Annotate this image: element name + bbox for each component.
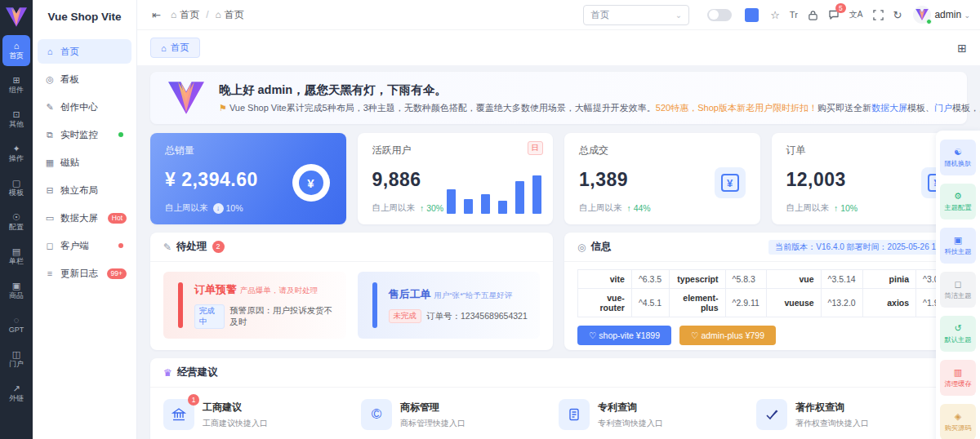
table-row: vue-router^4.5.1 element-plus^2.9.11 vue…: [578, 289, 954, 317]
simple-theme-button[interactable]: ◻ 简洁主题: [940, 272, 976, 308]
dark-mode-toggle[interactable]: [707, 9, 732, 21]
advice-item-patent[interactable]: 专利查询 专利查询快捷入口: [559, 399, 756, 430]
buy-source-button[interactable]: ◈ 购买源码: [940, 404, 976, 439]
sidebar-item-tiles[interactable]: ▦ 磁贴: [38, 150, 131, 175]
app-logo[interactable]: [6, 7, 27, 27]
theme-color-swatch[interactable]: [745, 8, 759, 22]
sidebar-item-client[interactable]: ◻ 客户端: [38, 233, 131, 258]
templates-icon: ▢: [12, 178, 20, 188]
advice-item-trademark[interactable]: © 商标管理 商标管理快捷入口: [361, 399, 559, 430]
tab-home[interactable]: ⌂ 首页: [150, 38, 200, 58]
todo-item-order-warning[interactable]: 订单预警产品爆单，请及时处理 完成中 预警原因：用户投诉发货不及时: [163, 272, 346, 339]
font-size-icon[interactable]: Tr: [790, 10, 798, 20]
rail-item-other[interactable]: ⊡ 其他: [2, 104, 30, 135]
default-theme-button[interactable]: ↺ 默认主题: [940, 316, 976, 352]
advice-item-business[interactable]: 1 工商建议 工商建议快捷入口: [163, 399, 361, 430]
stat-card-total-deals[interactable]: 总成交 1,389 自上周以来 ↑ 44% ¥: [564, 133, 760, 224]
main-content: 晚上好 admin，愿您天黑有灯，下雨有伞。 ⚑Vue Shop Vite累计完…: [137, 65, 980, 439]
arrow-up-icon: ↑: [834, 203, 840, 213]
sidebar-item-home[interactable]: ⌂ 首页: [38, 39, 131, 64]
other-icon: ⊡: [12, 109, 20, 119]
sidebar-item-label: 看板: [60, 73, 79, 86]
rail-item-external[interactable]: ↗ 外链: [2, 378, 30, 409]
dep-name: vue-router: [578, 289, 632, 317]
sidebar-item-changelog[interactable]: ≡ 更新日志 99+: [38, 261, 131, 286]
rail-label: 组件: [9, 86, 24, 95]
stat-title: 活跃用户: [372, 144, 539, 157]
stat-card-total-sales[interactable]: 总销量 ¥ 2,394.60 自上周以来 ↓ 10% ¥: [150, 133, 346, 224]
sidebar-item-kanban[interactable]: ◎ 看板: [38, 67, 131, 91]
tab-layout-grid-icon[interactable]: ⊞: [957, 42, 967, 55]
sidebar-item-monitor[interactable]: ⧉ 实时监控: [38, 122, 131, 147]
sidebar-item-label: 客户端: [60, 240, 89, 252]
middle-row: ✎ 待处理 2 订单预警产品爆单，请及时处理 完成中 预警原因：用户投诉发货不及…: [150, 233, 967, 350]
todo-count-badge: 2: [212, 241, 225, 253]
rail-item-templates[interactable]: ▢ 模板: [2, 172, 30, 203]
online-status-dot: [926, 19, 932, 24]
theme-btn-label: 主题配置: [944, 203, 971, 211]
sidebar-item-label: 实时监控: [60, 129, 98, 141]
top-header: ⇤ ⌂ 首页 / ⌂ 首页 首页 ⌄ ☆ Tr 5 文A ↻ admin ⌄: [137, 0, 980, 29]
count-badge: 1: [188, 394, 199, 406]
rail-item-operations[interactable]: ✦ 操作: [2, 138, 30, 169]
rail-item-settings[interactable]: ☉ 配置: [2, 206, 30, 237]
copyright-check-icon: [756, 399, 787, 430]
search-select-value: 首页: [590, 9, 609, 21]
rail-label: 门户: [9, 360, 24, 369]
portal-link[interactable]: 门户: [934, 103, 952, 113]
breadcrumb-item[interactable]: 首页: [225, 8, 244, 22]
theme-btn-label: 购买源码: [944, 423, 971, 432]
sidebar-item-data-screen[interactable]: ▭ 数据大屏 Hot: [38, 206, 131, 230]
advice-item-copyright[interactable]: 著作权查询 著作权查询快捷入口: [756, 399, 954, 430]
goods-icon: ▣: [12, 281, 20, 290]
advice-sub: 著作权查询快捷入口: [795, 418, 869, 429]
edit-icon: ✎: [44, 102, 56, 113]
since-label: 自上周以来: [372, 202, 416, 214]
sidebar-item-standalone-layout[interactable]: ⊟ 独立布局: [38, 178, 131, 202]
user-menu[interactable]: admin ⌄: [934, 9, 970, 20]
tech-theme-button[interactable]: ▣ 科技主题: [940, 228, 976, 264]
components-icon: ⊞: [12, 75, 20, 85]
tab-bar: ⌂ 首页 ⊞: [137, 29, 980, 65]
theme-config-button[interactable]: ⚙ 主题配置: [940, 184, 976, 220]
rail-item-portal[interactable]: ◫ 门户: [2, 344, 30, 375]
lock-icon[interactable]: [808, 10, 818, 20]
advice-label: 商标管理: [400, 401, 466, 415]
day-tag[interactable]: 日: [528, 141, 544, 155]
sidebar-item-creation-center[interactable]: ✎ 创作中心: [38, 95, 131, 119]
sidebar-item-label: 磁贴: [60, 157, 79, 169]
breadcrumb: ⌂ 首页 / ⌂ 首页: [171, 8, 244, 22]
rail-item-goods[interactable]: ▣ 商品: [2, 275, 30, 306]
buy-shop-vite-button[interactable]: ♡ shop-vite ¥1899: [577, 326, 671, 345]
random-skin-button[interactable]: ☯ 随机换肤: [940, 140, 976, 175]
refresh-icon[interactable]: ↻: [893, 9, 902, 21]
search-select[interactable]: 首页 ⌄: [583, 5, 689, 25]
dep-version: ^2.9.11: [725, 289, 766, 317]
home-icon: ⌂: [171, 9, 176, 20]
fullscreen-icon[interactable]: [873, 10, 884, 20]
operations-icon: ✦: [12, 144, 20, 153]
home-icon: ⌂: [44, 47, 56, 56]
message-icon[interactable]: 5: [828, 9, 840, 20]
todo-item-subtitle: 产品爆单，请及时处理: [240, 286, 318, 295]
collapse-sidebar-icon[interactable]: ⇤: [152, 9, 161, 21]
rail-item-components[interactable]: ⊞ 组件: [2, 69, 30, 100]
rail-item-gpt[interactable]: ◌ GPT: [2, 309, 30, 340]
party-icon: ⚑: [219, 103, 227, 113]
clear-cache-button[interactable]: ▥ 清理缓存: [940, 360, 976, 396]
todo-item-desc: 订单号：12345689654321: [426, 311, 528, 322]
rail-item-single-column[interactable]: ▤ 单栏: [2, 241, 30, 272]
buy-admin-plus-button[interactable]: ♡ admin-plus ¥799: [679, 326, 776, 345]
greeting-text: 晚上好 admin，愿您天黑有灯，下雨有伞。: [219, 82, 949, 98]
breadcrumb-item[interactable]: 首页: [180, 8, 199, 22]
todo-item-aftersale-ticket[interactable]: 售后工单用户“张*”给予五星好评 未完成 订单号：12345689654321: [358, 272, 541, 339]
data-screen-link[interactable]: 数据大屏: [871, 103, 907, 113]
avatar[interactable]: [913, 6, 931, 24]
translate-icon[interactable]: 文A: [849, 9, 863, 20]
star-icon[interactable]: ☆: [770, 9, 780, 21]
stat-card-active-users[interactable]: 日 活跃用户 9,886 自上周以来 ↑ 30%: [358, 133, 554, 224]
since-label: 自上周以来: [579, 202, 622, 214]
rail-item-home[interactable]: ⌂ 首页: [2, 35, 30, 66]
dep-name: vue: [766, 270, 821, 289]
advice-title: 经营建议: [177, 366, 218, 379]
